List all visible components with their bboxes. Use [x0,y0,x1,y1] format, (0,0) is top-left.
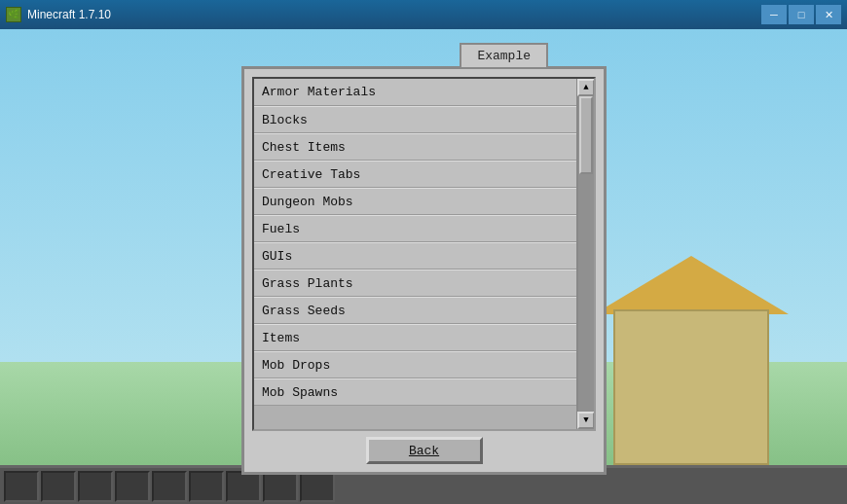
list-items: Armor MaterialsBlocksChest ItemsCreative… [254,79,576,429]
dialog-panel: Armor MaterialsBlocksChest ItemsCreative… [241,66,607,475]
taskbar-slot[interactable] [300,471,335,502]
taskbar-slot[interactable] [41,471,76,502]
list-item[interactable]: Mob Drops [254,351,576,378]
taskbar-slot[interactable] [226,471,261,502]
list-item[interactable]: Blocks [254,106,576,133]
dialog-tab[interactable]: Example [460,43,548,67]
title-bar: 🌿 Minecraft 1.7.10 ─ □ ✕ [0,0,847,29]
list-item[interactable]: Items [254,324,576,351]
minimize-button[interactable]: ─ [761,5,787,24]
scroll-down-button[interactable]: ▼ [577,412,595,429]
list-container: Armor MaterialsBlocksChest ItemsCreative… [252,77,596,431]
building-main [613,309,769,465]
maximize-button[interactable]: □ [789,5,814,24]
list-item[interactable]: Armor Materials [254,79,576,106]
list-item[interactable]: Grass Plants [254,270,576,297]
scroll-up-button[interactable]: ▲ [577,79,595,96]
app-icon: 🌿 [6,7,21,22]
list-item[interactable]: Creative Tabs [254,161,576,188]
taskbar-slot[interactable] [78,471,113,502]
scroll-track [578,96,594,412]
taskbar-slot[interactable] [152,471,187,502]
title-bar-left: 🌿 Minecraft 1.7.10 [6,7,111,22]
scrollbar[interactable]: ▲ ▼ [576,79,594,429]
taskbar-slot[interactable] [263,471,298,502]
window-title: Minecraft 1.7.10 [27,8,111,21]
back-btn-container: Back [252,437,596,464]
building-roof [594,256,789,314]
list-item[interactable]: Fuels [254,215,576,242]
list-item[interactable]: Dungeon Mobs [254,188,576,215]
close-button[interactable]: ✕ [816,5,841,24]
list-item[interactable]: Mob Spawns [254,378,576,406]
taskbar-slot[interactable] [189,471,224,502]
scroll-thumb[interactable] [579,96,593,174]
list-item[interactable]: GUIs [254,242,576,270]
window-controls: ─ □ ✕ [761,5,841,24]
back-button[interactable]: Back [366,437,483,464]
building [594,270,789,465]
taskbar-slot[interactable] [4,471,39,502]
list-item[interactable]: Chest Items [254,133,576,161]
list-item[interactable]: Grass Seeds [254,297,576,324]
taskbar-slot[interactable] [115,471,150,502]
